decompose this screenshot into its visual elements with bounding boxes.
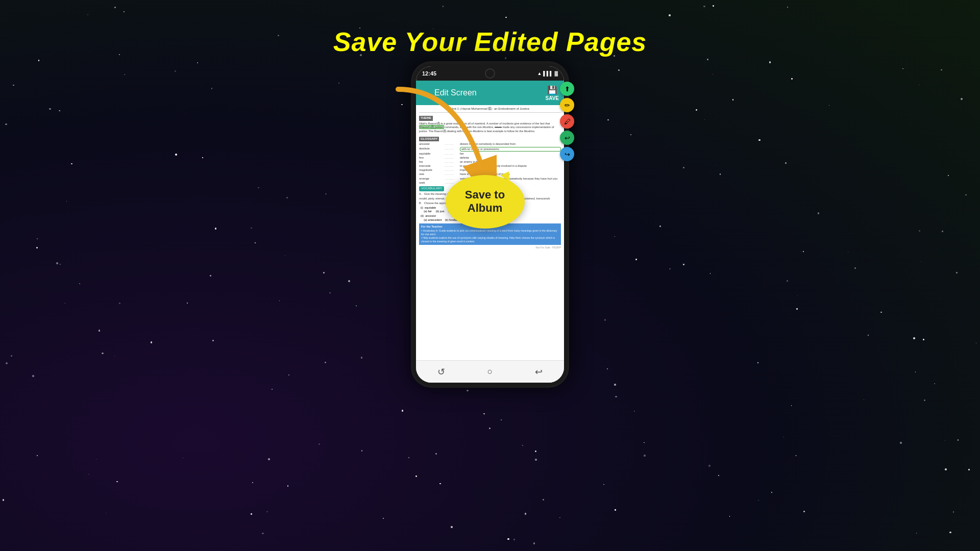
toolbar-icons: ⬆ ✏ 🖊 ↩ ↪ — [560, 82, 574, 161]
theme-header: THEME — [419, 116, 433, 121]
theme-text: Allah's Rasool ﷺ is a great example to a… — [419, 122, 561, 134]
nav-back-icon[interactable]: ↺ — [437, 366, 445, 378]
save-to-album-text: Save toAlbum — [465, 188, 505, 215]
tool-undo-button[interactable]: ↩ — [560, 131, 574, 145]
tool-pen-button[interactable]: 🖊 — [560, 114, 574, 129]
save-label: SAVE — [546, 95, 559, 101]
watermark: Not For Sale - PESRP — [419, 246, 561, 249]
document-content: Unit-1 | Hazrat Muhammad ﷺ - an Embodime… — [416, 105, 564, 360]
tool-share-button[interactable]: ↪ — [560, 147, 574, 161]
save-button[interactable]: 💾 SAVE — [546, 85, 559, 101]
glossary-row: ancestor ............ distant relation s… — [419, 142, 561, 146]
glossary-row: firm ............ definite — [419, 156, 561, 160]
glossary-row: foe ............ an enemy in battle or w… — [419, 160, 561, 164]
app-header: ← Edit Screen 💾 SAVE — [416, 81, 564, 105]
header-title: Edit Screen — [434, 88, 546, 97]
glossary-header: GLOSSARY — [419, 137, 439, 142]
nav-recent-icon[interactable]: ↩ — [535, 366, 543, 378]
tool-brush-button[interactable]: ✏ — [560, 98, 574, 112]
strikethrough-text: never — [495, 126, 502, 129]
nav-bar: ↺ ○ ↩ — [416, 360, 564, 383]
tool-upload-button[interactable]: ⬆ — [560, 82, 574, 96]
glossary-row: destitute ............ with no money or … — [419, 147, 561, 152]
status-bar: 12:45 ▲ ▌▌▌ ▓ — [416, 66, 564, 81]
nav-home-icon[interactable]: ○ — [487, 366, 493, 377]
highlighted-phrase: Rasool's ﷺ justice — [419, 125, 444, 129]
status-time: 12:45 — [422, 70, 436, 77]
back-button[interactable]: ← — [421, 88, 430, 98]
unit-title: Unit-1 | Hazrat Muhammad ﷺ - an Embodime… — [419, 107, 561, 113]
battery-icon: ▓ — [554, 71, 558, 76]
teacher-text: • Vocabulary A: Guide students to pick o… — [421, 229, 559, 243]
wifi-icon: ▲ — [537, 71, 542, 76]
camera-notch — [485, 68, 495, 79]
glossary-row: magnitude ............ importance, or ef… — [419, 168, 561, 172]
glossary-row: equitable ............ fair — [419, 152, 561, 156]
save-to-album-bubble: Save toAlbum — [444, 173, 526, 230]
save-icon: 💾 — [547, 85, 557, 95]
status-icons: ▲ ▌▌▌ ▓ — [537, 71, 558, 76]
page-title: Save Your Edited Pages — [0, 27, 980, 57]
bubble-shape: Save toAlbum — [446, 175, 525, 229]
vocab-header: VOCABULARY — [419, 186, 444, 191]
signal-icon: ▌▌▌ — [543, 71, 553, 76]
glossary-row: intercede ............ to speak in suppo… — [419, 164, 561, 168]
